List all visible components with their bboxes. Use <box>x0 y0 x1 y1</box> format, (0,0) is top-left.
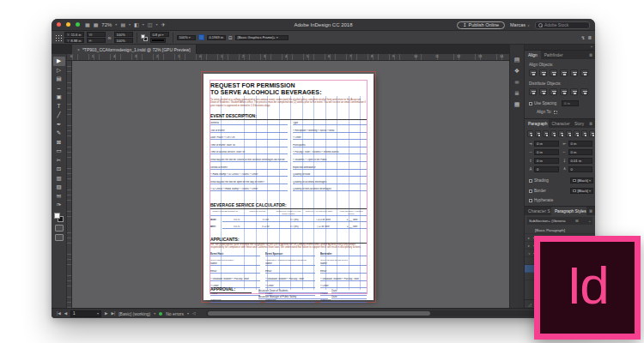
clear-overrides-icon[interactable]: ⊠ <box>575 219 579 223</box>
distribute-center-vertical-icon[interactable] <box>539 88 547 95</box>
x-position-field[interactable]: X:11.6 in <box>64 32 84 37</box>
normal-mode-button[interactable] <box>55 225 64 232</box>
align-left-text-icon[interactable] <box>527 130 533 137</box>
zoom-window-button[interactable] <box>76 22 80 27</box>
justify-left-icon[interactable] <box>550 130 556 137</box>
paragraph-field[interactable]: ⇥ 0 in <box>528 141 559 147</box>
panel-menu-icon[interactable]: ≣ <box>586 119 595 128</box>
horizontal-scrollbar[interactable] <box>206 310 590 316</box>
tab-story[interactable]: Story <box>571 119 586 128</box>
panel-menu-icon[interactable]: ≣ <box>587 35 592 40</box>
screen-mode-icon[interactable]: ◧ <box>134 22 139 27</box>
content-collector-tool-icon[interactable]: ▣ <box>53 93 65 102</box>
height-field[interactable]: H: <box>87 38 106 43</box>
constrain-proportions-icon[interactable]: ∞ <box>108 35 112 40</box>
preflight-profile[interactable]: [Basic] (working) <box>118 311 150 316</box>
tab-align[interactable]: Align <box>525 51 541 59</box>
object-style-dropdown[interactable]: [Basic Graphics Frame]+▾ <box>235 35 289 40</box>
align-left-icon[interactable] <box>529 69 537 76</box>
view-options-icon[interactable]: ▤ <box>120 22 125 27</box>
gradient-feather-tool-icon[interactable]: ▨ <box>53 183 65 192</box>
resize-grip-icon[interactable]: ◿ <box>528 302 532 307</box>
align-right-icon[interactable] <box>550 69 557 76</box>
scroll-left-icon[interactable]: ◁ <box>192 311 195 316</box>
paragraph-field[interactable]: ᴬ 0 <box>562 166 593 172</box>
pages-panel-icon[interactable]: ▤ <box>514 57 520 63</box>
direct-selection-tool-icon[interactable]: ▷ <box>53 66 65 75</box>
cc-libraries-panel-icon[interactable]: ❖ <box>514 68 519 74</box>
align-center-vertical-icon[interactable] <box>570 69 578 76</box>
paragraph-field[interactable]: ↧ 0.01 in <box>562 158 593 164</box>
preview-mode-toggle[interactable] <box>198 34 204 40</box>
scissors-tool-icon[interactable]: ✂ <box>53 156 65 165</box>
next-page-button[interactable]: ▶ <box>105 311 107 316</box>
align-right-text-icon[interactable] <box>543 130 549 137</box>
stock-icon[interactable]: ▦ <box>94 22 99 27</box>
distribute-center-horizontal-icon[interactable] <box>570 88 578 95</box>
stroke-style-dropdown[interactable] <box>150 38 166 43</box>
tab-character[interactable]: Character <box>549 119 571 128</box>
shading-color-dropdown[interactable]: [Black] ▾ <box>570 178 593 184</box>
align-top-icon[interactable] <box>560 69 568 76</box>
swatches-panel-icon[interactable]: ▦ <box>514 101 520 107</box>
eyedropper-tool-icon[interactable]: ✑ <box>53 201 65 210</box>
pen-tool-icon[interactable]: ✒ <box>53 120 65 129</box>
align-center-horizontal-icon[interactable] <box>539 69 547 76</box>
fill-stroke-swatches[interactable] <box>141 34 148 41</box>
type-tool-icon[interactable]: T <box>53 102 65 111</box>
distribute-left-icon[interactable] <box>560 88 568 95</box>
use-spacing-checkbox[interactable] <box>529 102 532 105</box>
pencil-tool-icon[interactable]: ✎ <box>53 129 65 138</box>
corner-options-icon[interactable]: ⊡ <box>228 35 233 40</box>
preflight-status[interactable]: No errors <box>166 311 184 316</box>
paragraph-field[interactable]: ↼ 0 in <box>562 149 593 155</box>
publish-plane-icon[interactable]: ✈ <box>161 22 165 27</box>
document-page[interactable]: REQUEST FOR PERMISSION TO SERVE ALCOHOLI… <box>204 74 374 300</box>
stroke-weight-dropdown[interactable]: 0.8 pt▾ <box>150 32 169 37</box>
y-position-field[interactable]: Y:8.88 in <box>64 38 84 43</box>
arrange-documents-icon[interactable]: ◫ <box>148 22 153 27</box>
align-away-spine-icon[interactable] <box>589 130 595 137</box>
panel-menu-icon[interactable]: ≣ <box>586 207 595 215</box>
close-tab-icon[interactable]: × <box>77 47 80 52</box>
paragraph-field[interactable]: ⇤ 0 in <box>562 141 593 147</box>
close-window-button[interactable] <box>57 22 61 27</box>
panel-menu-icon[interactable]: ≣ <box>586 51 595 59</box>
justify-right-icon[interactable] <box>566 130 572 137</box>
align-center-text-icon[interactable] <box>535 130 541 137</box>
document-tab[interactable]: × *TP903_CCAformsdesign_1.indd @ 72% [GP… <box>72 45 197 54</box>
tab-paragraph-styles[interactable]: Paragraph Styles <box>551 207 586 215</box>
fill-stroke-swatches[interactable] <box>54 213 64 222</box>
page-tool-icon[interactable]: ▤ <box>53 75 65 84</box>
zoom-level-dropdown[interactable]: 72% <box>101 22 112 27</box>
publish-online-button[interactable]: ↥ Publish Online <box>457 21 505 29</box>
quick-apply-icon[interactable]: ↯ <box>581 35 586 40</box>
border-color-dropdown[interactable]: [Black] ▾ <box>570 188 593 194</box>
stroke-panel-icon[interactable]: ≣ <box>514 90 519 96</box>
spacing-value-field[interactable]: 0 in <box>562 100 579 106</box>
scrollbar-thumb[interactable] <box>208 311 431 316</box>
align-bottom-icon[interactable] <box>580 69 588 76</box>
last-page-button[interactable]: ▶| <box>112 311 116 316</box>
corner-radius-field[interactable]: 0.1969 in <box>207 35 226 40</box>
gap-tool-icon[interactable]: ⇔ <box>53 84 65 93</box>
new-style-icon[interactable]: + <box>588 219 591 223</box>
adobe-stock-search-input[interactable]: Adobe Stock <box>535 21 590 29</box>
distribute-bottom-icon[interactable] <box>550 88 557 95</box>
distribute-right-icon[interactable] <box>580 88 588 95</box>
shading-checkbox[interactable] <box>529 179 532 183</box>
hyphenate-checkbox[interactable] <box>529 199 532 202</box>
justify-center-icon[interactable] <box>558 130 564 137</box>
paragraph-field[interactable]: A 0 <box>528 166 559 172</box>
scale-y-field[interactable]: 100% <box>114 38 133 43</box>
note-tool-icon[interactable]: ✉ <box>53 192 65 202</box>
align-towards-spine-icon[interactable] <box>581 130 587 137</box>
bridge-icon[interactable]: ▦ <box>85 22 90 27</box>
align-to-dropdown[interactable] <box>554 111 557 114</box>
first-page-button[interactable]: |◀ <box>57 311 61 316</box>
opacity-dropdown[interactable]: 100%▾ <box>177 35 196 40</box>
rectangle-tool-icon[interactable]: ▭ <box>53 147 65 156</box>
reference-point-grid[interactable] <box>55 34 62 41</box>
workspace-switcher[interactable]: Marcas ∨ <box>510 22 530 27</box>
tab-paragraph[interactable]: Paragraph <box>525 119 549 128</box>
